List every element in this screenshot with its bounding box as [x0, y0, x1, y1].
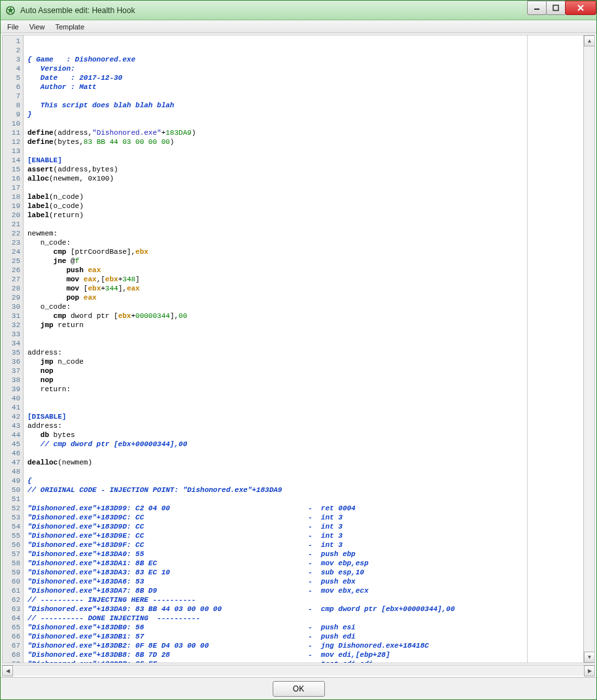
code-line: newmem:	[27, 229, 583, 238]
code-line: This script does blah blah blah	[27, 101, 583, 110]
code-line: {	[27, 476, 583, 485]
titlebar[interactable]: Auto Assemble edit: Health Hook	[1, 1, 596, 20]
scroll-down-arrow[interactable]: ▼	[584, 652, 595, 663]
horizontal-scrollbar[interactable]: ◀ ▶	[2, 665, 595, 676]
code-line: [ENABLE]	[27, 156, 583, 165]
code-line: define(bytes,83 BB 44 03 00 00 00)	[27, 137, 583, 147]
code-line: nop	[27, 376, 583, 385]
code-line: "Dishonored.exe"+183DB2: 0F 8E D4 03 00 …	[27, 641, 583, 650]
code-line: alloc(newmem, 0x100)	[27, 174, 583, 183]
code-line: // ---------- INJECTING HERE ----------	[27, 595, 583, 604]
minimize-button[interactable]	[527, 1, 547, 15]
close-button[interactable]	[565, 1, 596, 15]
code-line: label(o_code)	[27, 201, 583, 211]
code-line: pop eax	[27, 293, 583, 302]
code-line: n_code:	[27, 238, 583, 247]
menu-template[interactable]: Template	[50, 22, 90, 32]
code-line	[27, 403, 583, 412]
code-line: jmp return	[27, 321, 583, 330]
code-line: // ---------- DONE INJECTING ----------	[27, 614, 583, 623]
code-line: "Dishonored.exe"+183D9E: CC - int 3	[27, 531, 583, 540]
code-line: "Dishonored.exe"+183DB0: 56 - push esi	[27, 623, 583, 632]
code-line: Date : 2017-12-30	[27, 73, 583, 82]
code-line: mov [ebx+344],eax	[27, 284, 583, 293]
code-line	[27, 92, 583, 101]
code-line: "Dishonored.exe"+183DA7: 8B D9 - mov ebx…	[27, 586, 583, 595]
code-line: address:	[27, 348, 583, 357]
code-line: "Dishonored.exe"+183D9D: CC - int 3	[27, 522, 583, 531]
code-line: "Dishonored.exe"+183DA1: 8B EC - mov ebp…	[27, 559, 583, 568]
code-line	[27, 330, 583, 339]
code-editor[interactable]: 1 2 3 4 5 6 7 8 9 10 11 12 13 14 15 16 1…	[2, 35, 595, 663]
code-line: db bytes	[27, 430, 583, 440]
menubar: File View Template	[1, 20, 596, 33]
menu-view[interactable]: View	[24, 22, 50, 32]
code-line: label(n_code)	[27, 192, 583, 201]
scroll-up-arrow[interactable]: ▲	[584, 35, 595, 46]
code-line: assert(address,bytes)	[27, 165, 583, 174]
code-line: cmp dword ptr [ebx+00000344],00	[27, 311, 583, 321]
scroll-right-arrow[interactable]: ▶	[584, 665, 595, 676]
code-line	[27, 495, 583, 504]
window-controls	[528, 1, 596, 15]
code-line: // cmp dword ptr [ebx+00000344],00	[27, 440, 583, 449]
code-line: cmp [ptrCoordBase],ebx	[27, 247, 583, 256]
code-line: address:	[27, 421, 583, 430]
code-line: "Dishonored.exe"+183D9C: CC - int 3	[27, 513, 583, 522]
vertical-scrollbar[interactable]: ▲ ▼	[583, 35, 594, 663]
code-line: jmp n_code	[27, 357, 583, 366]
code-line: "Dishonored.exe"+183D99: C2 04 00 - ret …	[27, 504, 583, 513]
code-line: define(address,"Dishonored.exe"+183DA9)	[27, 128, 583, 137]
code-line: "Dishonored.exe"+183DA6: 53 - push ebx	[27, 577, 583, 586]
button-bar: OK	[1, 677, 596, 699]
code-line: push eax	[27, 266, 583, 275]
code-line	[27, 147, 583, 156]
code-line: label(return)	[27, 211, 583, 220]
ok-button[interactable]: OK	[273, 681, 325, 697]
code-line: "Dishonored.exe"+183DB8: 8B 7D 28 - mov …	[27, 650, 583, 659]
code-line	[27, 183, 583, 192]
code-area[interactable]: { Game : Dishonored.exe Version: Date : …	[24, 35, 583, 663]
code-line: "Dishonored.exe"+183DBB: 85 FF - test ed…	[27, 659, 583, 663]
code-line: mov eax,[ebx+348]	[27, 275, 583, 284]
code-line: return:	[27, 385, 583, 394]
code-line: // ORIGINAL CODE - INJECTION POINT: "Dis…	[27, 485, 583, 495]
app-icon	[5, 5, 16, 16]
code-line	[27, 449, 583, 458]
code-line: Version:	[27, 64, 583, 73]
code-line	[27, 220, 583, 229]
code-line: jne @f	[27, 256, 583, 266]
code-line: "Dishonored.exe"+183DA9: 83 BB 44 03 00 …	[27, 604, 583, 614]
code-line: dealloc(newmem)	[27, 458, 583, 467]
maximize-button[interactable]	[546, 1, 566, 15]
code-line	[27, 394, 583, 403]
scroll-left-arrow[interactable]: ◀	[2, 665, 13, 676]
scroll-h-track[interactable]	[13, 665, 584, 676]
window-title: Auto Assemble edit: Health Hook	[20, 6, 135, 15]
code-line: { Game : Dishonored.exe	[27, 55, 583, 64]
code-line: "Dishonored.exe"+183DA3: 83 EC 10 - sub …	[27, 568, 583, 577]
code-line	[27, 467, 583, 476]
code-line: "Dishonored.exe"+183D9F: CC - int 3	[27, 540, 583, 550]
code-line: }	[27, 110, 583, 119]
code-line: o_code:	[27, 302, 583, 311]
menu-file[interactable]: File	[2, 22, 24, 32]
code-line: nop	[27, 366, 583, 376]
line-gutter: 1 2 3 4 5 6 7 8 9 10 11 12 13 14 15 16 1…	[3, 35, 24, 663]
code-line: "Dishonored.exe"+183DA0: 55 - push ebp	[27, 550, 583, 559]
code-line	[27, 119, 583, 128]
svg-rect-2	[553, 5, 558, 10]
code-line: "Dishonored.exe"+183DB1: 57 - push edi	[27, 632, 583, 641]
window: Auto Assemble edit: Health Hook File Vie…	[0, 0, 597, 700]
code-line: [DISABLE]	[27, 412, 583, 421]
code-line: Author : Matt	[27, 82, 583, 92]
code-line	[27, 339, 583, 348]
